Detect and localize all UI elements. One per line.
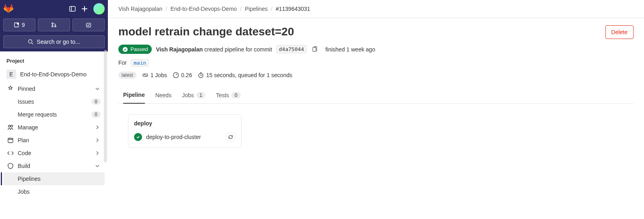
project-section-label: Project — [3, 55, 105, 66]
sidebar-item-issues[interactable]: Issues 0 — [3, 95, 105, 108]
sidebar-item-manage[interactable]: Manage — [3, 121, 105, 134]
tabs: Pipeline Needs Jobs 1 Tests 0 — [118, 87, 634, 104]
retry-icon — [228, 134, 233, 140]
timer-icon — [198, 72, 204, 78]
check-circle-icon — [122, 47, 128, 52]
issues-button[interactable]: 9 — [3, 18, 35, 31]
todos-button[interactable] — [72, 18, 105, 31]
plus-icon[interactable] — [81, 6, 88, 12]
retry-button[interactable] — [226, 132, 235, 142]
breadcrumb: Vish Rajagopalan / End-to-End-Devops-Dem… — [108, 0, 644, 18]
search-placeholder: Search or go to... — [37, 39, 80, 45]
jobs-count: 1 Jobs — [142, 72, 167, 78]
svg-point-4 — [52, 23, 54, 25]
svg-point-6 — [55, 26, 56, 27]
tab-tests[interactable]: Tests 0 — [216, 87, 240, 103]
breadcrumb-link[interactable]: Vish Rajagopalan — [118, 6, 163, 12]
sidebar-item-jobs[interactable]: Jobs — [3, 185, 105, 198]
nav-label: Pinned — [18, 86, 90, 92]
svg-point-5 — [52, 26, 54, 27]
svg-point-8 — [29, 40, 32, 43]
search-input[interactable]: Search or go to... — [3, 35, 105, 48]
merge-requests-button[interactable] — [38, 18, 70, 31]
tab-pipeline[interactable]: Pipeline — [123, 87, 145, 104]
breadcrumb-link[interactable]: Pipelines — [245, 6, 268, 12]
scrollbar[interactable] — [104, 50, 107, 162]
job-name: deploy-to-prod-cluster — [146, 134, 222, 140]
status-badge: Passed — [118, 45, 152, 54]
duration: 15 seconds, queued for 1 seconds — [198, 72, 292, 78]
sidebar-item-code[interactable]: Code — [3, 147, 105, 160]
svg-point-10 — [11, 125, 13, 127]
tab-needs[interactable]: Needs — [155, 87, 171, 103]
finished-text: finished 1 week ago — [325, 46, 375, 53]
sidebar-item-pinned[interactable]: Pinned — [3, 82, 105, 95]
page-title: model retrain change dateset=20 — [118, 25, 294, 38]
sidebar-item-plan[interactable]: Plan — [3, 134, 105, 147]
copy-icon[interactable] — [311, 45, 319, 53]
gitlab-logo[interactable] — [3, 4, 14, 14]
project-avatar: E — [6, 70, 16, 79]
author-name: Vish Rajagopalan — [156, 46, 202, 53]
chevron-right-icon — [94, 150, 101, 156]
sidebar-item-build[interactable]: Build — [3, 160, 105, 172]
project-link[interactable]: E End-to-End-Devops-Demo — [3, 66, 105, 82]
sidebar-toggle-icon[interactable] — [69, 6, 76, 12]
sidebar-item-pipelines[interactable]: Pipelines — [3, 172, 105, 185]
svg-point-9 — [8, 125, 10, 127]
stage-card: deploy deploy-to-prod-cluster — [128, 114, 242, 148]
count-badge: 0 — [91, 98, 101, 105]
svg-rect-13 — [313, 47, 316, 51]
job-row[interactable]: deploy-to-prod-cluster — [134, 132, 235, 142]
latest-badge: latest — [118, 72, 136, 79]
link-icon — [142, 72, 149, 78]
issues-count: 9 — [22, 22, 25, 28]
avatar[interactable] — [93, 3, 105, 14]
delete-button[interactable]: Delete — [605, 25, 634, 39]
breadcrumb-link[interactable]: End-to-End-Devops-Demo — [170, 6, 237, 12]
gauge-icon — [173, 72, 179, 78]
svg-rect-0 — [70, 6, 75, 11]
chevron-right-icon — [94, 124, 101, 131]
count-badge: 0 — [91, 111, 101, 118]
breadcrumb-current: #1139643031 — [276, 6, 310, 12]
stage-name: deploy — [134, 120, 235, 127]
chevron-down-icon — [94, 163, 101, 169]
svg-rect-11 — [8, 138, 13, 143]
commit-sha[interactable]: d4a75044 — [276, 45, 307, 53]
chevron-right-icon — [94, 137, 101, 143]
sidebar-item-merge-requests[interactable]: Merge requests 0 — [3, 108, 105, 121]
check-circle-icon — [134, 133, 142, 141]
score: 0.26 — [173, 72, 192, 78]
project-name: End-to-End-Devops-Demo — [20, 71, 101, 78]
chevron-down-icon — [94, 86, 101, 92]
svg-point-3 — [17, 23, 19, 25]
tab-jobs[interactable]: Jobs 1 — [182, 87, 205, 103]
branch-label[interactable]: main — [131, 59, 149, 67]
